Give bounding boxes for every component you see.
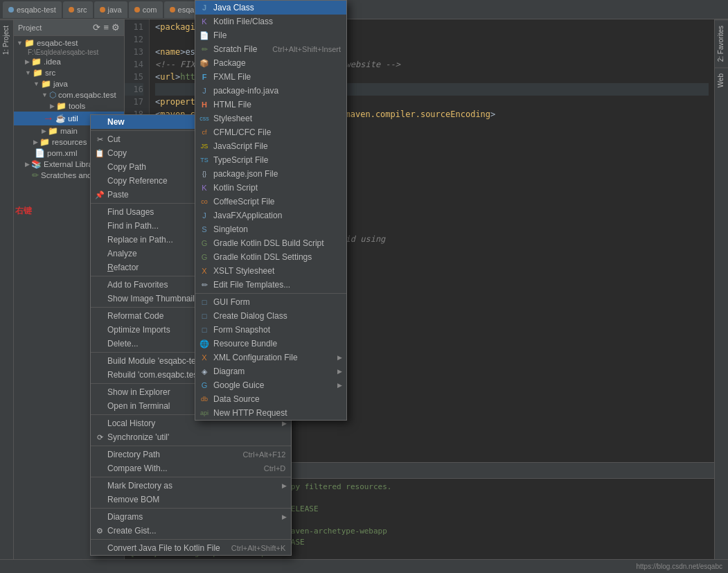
ctx-diagrams-label: Diagrams [107,512,143,522]
submenu-icon-scratch: ✏ [199,45,210,54]
submenu-label-packagejson: package.json File [213,169,278,179]
ctx-creategist-label: Create Gist... [107,526,157,536]
ctx-item-markdirectoryas[interactable]: Mark Directory as [91,479,291,493]
ctx-cut-label: Cut [107,134,121,144]
ctx-sep-8 [91,446,291,446]
ctx-copypath-label: Copy Path [107,162,146,172]
submenu-item-javaclass[interactable]: J Java Class [195,1,346,15]
ctx-item-synchronize[interactable]: ⟳ Synchronize 'util' [91,430,291,444]
submenu-item-datasource[interactable]: db Data Source [195,392,346,406]
submenu-icon-json: {} [199,170,210,177]
ctx-copy-label: Copy [107,148,127,158]
ctx-item-diagrams[interactable]: Diagrams [91,510,291,524]
submenu-icon-coffee: co [199,198,210,205]
submenu-item-javascript[interactable]: JS JavaScript File [195,139,346,153]
submenu-new: J Java Class K Kotlin File/Class 📄 File … [195,0,347,421]
submenu-label-file: File [213,30,227,40]
submenu-item-stylesheet[interactable]: css Stylesheet [195,112,346,125]
submenu-item-createdialog[interactable]: □ Create Dialog Class [195,309,346,323]
submenu-label-html: HTML File [213,100,251,109]
submenu-item-guiform[interactable]: □ GUI Form [195,295,346,309]
submenu-label-createdialog: Create Dialog Class [213,311,287,321]
ctx-sync-icon: ⟳ [94,433,105,442]
ctx-reformat-label: Reformat Code [107,311,163,321]
submenu-label-guiform: GUI Form [213,297,250,307]
ctx-item-converttokotlin[interactable]: Convert Java File to Kotlin File Ctrl+Al… [91,541,291,555]
ctx-directorypath-label: Directory Path [107,450,160,459]
submenu-label-formsnapshot: Form Snapshot [213,325,270,335]
submenu-item-file[interactable]: 📄 File [195,28,346,42]
submenu-item-xmlconfig[interactable]: X XML Configuration File [195,351,346,364]
ctx-replaceinpath-label: Replace in Path... [107,235,173,245]
ctx-showinexplorer-label: Show in Explorer [107,387,170,397]
ctx-comparewith-label: Compare With... [107,464,168,473]
submenu-item-resourcebundle[interactable]: 🌐 Resource Bundle [195,337,346,351]
submenu-item-fxml[interactable]: F FXML File [195,70,346,84]
submenu-icon-packageinfo: J [199,87,210,95]
submenu-item-singleton[interactable]: S Singleton [195,222,346,236]
ctx-findusages-label: Find Usages [107,207,154,217]
submenu-label-fxml: FXML File [213,72,251,82]
submenu-icon-javaclass: J [199,3,210,12]
submenu-item-formsnapshot[interactable]: □ Form Snapshot [195,323,346,337]
ctx-analyze-label: Analyze [107,249,137,258]
ctx-buildmodule-label: Build Module 'esqabc-test' [107,356,204,366]
submenu-label-cfml: CFML/CFC File [213,127,271,137]
submenu-icon-kotlin: K [199,17,210,26]
submenu-icon-dialog: □ [199,312,210,320]
ctx-comparewith-shortcut: Ctrl+D [253,464,285,473]
submenu-icon-google: G [199,381,210,389]
ctx-delete-label: Delete... [107,339,139,349]
submenu-item-kotlinscript[interactable]: K Kotlin Script [195,181,346,195]
submenu-icon-gradle-settings: G [199,253,210,261]
submenu-item-gradle-settings[interactable]: G Gradle Kotlin DSL Settings [195,250,346,264]
submenu-item-cfml[interactable]: cf CFML/CFC File [195,125,346,139]
submenu-icon-http: api [199,409,210,416]
submenu-item-packagejson[interactable]: {} package.json File [195,167,346,181]
submenu-item-javafx[interactable]: J JavaFXApplication [195,209,346,222]
submenu-label-googleguice: Google Guice [213,380,264,390]
ctx-copyref-label: Copy Reference [107,176,168,186]
submenu-item-httprequest[interactable]: api New HTTP Request [195,406,346,420]
ctx-item-comparewith[interactable]: Compare With... Ctrl+D [91,461,291,475]
ctx-creategist-icon: ⚙ [94,527,105,536]
ctx-item-creategist[interactable]: ⚙ Create Gist... [91,524,291,538]
submenu-item-package[interactable]: 📦 Package [195,56,346,70]
ctx-item-directorypath[interactable]: Directory Path Ctrl+Alt+F12 [91,448,291,461]
submenu-item-editfiletemplates[interactable]: ✏ Edit File Templates... [195,278,346,292]
submenu-label-coffee: CoffeeScript File [213,197,274,206]
submenu-icon-guiform: □ [199,298,210,306]
submenu-item-packageinfo[interactable]: J package-info.java [195,84,346,98]
submenu-label-javascript: JavaScript File [213,141,268,151]
ctx-paste-label: Paste [107,190,129,200]
submenu-label-editfiletemplates: Edit File Templates... [213,280,290,290]
submenu-item-html[interactable]: H HTML File [195,98,346,112]
submenu-icon-file: 📄 [199,31,210,40]
submenu-item-diagram[interactable]: ◈ Diagram [195,364,346,378]
submenu-icon-datasource: db [199,396,210,403]
submenu-label-javafx: JavaFXApplication [213,211,282,220]
ctx-directorypath-shortcut: Ctrl+Alt+F12 [232,450,286,459]
ctx-item-removebom[interactable]: Remove BOM [91,493,291,506]
submenu-item-scratch[interactable]: ✏ Scratch File Ctrl+Alt+Shift+Insert [195,42,346,56]
submenu-item-xslt[interactable]: X XSLT Stylesheet [195,264,346,278]
submenu-label-resourcebundle: Resource Bundle [213,339,277,349]
ctx-optimizeimports-label: Optimize Imports [107,325,170,335]
submenu-icon-js: JS [199,143,210,150]
submenu-icon-gradle-build: G [199,239,210,247]
ctx-localhistory-label: Local History [107,418,155,428]
submenu-item-coffee[interactable]: co CoffeeScript File [195,195,346,209]
submenu-label-kotlinscript: Kotlin Script [213,183,258,193]
submenu-icon-css: css [199,115,210,122]
ctx-new-label: New [107,117,125,127]
submenu-item-gradle-build[interactable]: G Gradle Kotlin DSL Build Script [195,236,346,250]
submenu-item-kotlinfile[interactable]: K Kotlin File/Class [195,15,346,28]
submenu-icon-fxml: F [199,73,210,81]
submenu-label-kotlin: Kotlin File/Class [213,17,273,26]
submenu-item-typescript[interactable]: TS TypeScript File [195,153,346,167]
submenu-item-googleguice[interactable]: G Google Guice [195,378,346,392]
ctx-refactor-label: Refactor [107,263,139,272]
submenu-label-xmlconfig: XML Configuration File [213,353,298,362]
submenu-label-datasource: Data Source [213,394,260,404]
ctx-kotlin-label: Convert Java File to Kotlin File [107,543,220,553]
